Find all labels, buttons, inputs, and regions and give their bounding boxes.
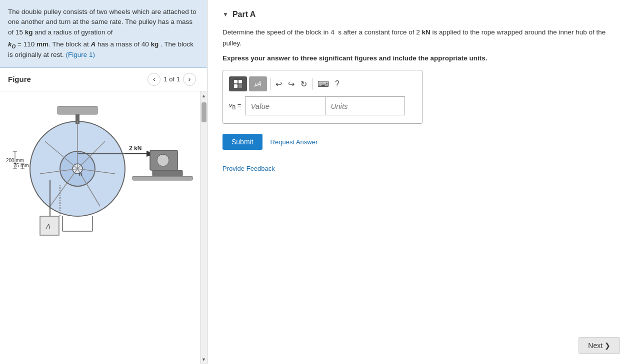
desc-text-2: and a radius of gyration of — [33, 28, 113, 36]
svg-text:2 kN: 2 kN — [129, 145, 142, 152]
keyboard-button[interactable]: ⌨ — [316, 78, 331, 90]
toolbar-separator-2 — [312, 78, 312, 90]
svg-text:75 mm: 75 mm — [14, 163, 29, 168]
express-text: Express your answer to three significant… — [222, 54, 615, 62]
problem-description: The double pulley consists of two wheels… — [0, 0, 207, 68]
figure-diagram: 2 kN A 200 mm — [5, 96, 195, 241]
figure-label-row: Figure ‹ 1 of 1 › — [0, 68, 207, 91]
toolbar: μÅ ↩ ↪ ↻ ⌨ ? — [229, 76, 416, 91]
svg-text:o: o — [79, 171, 82, 178]
undo-button[interactable]: ↩ — [274, 78, 284, 90]
units-input[interactable] — [325, 96, 405, 115]
svg-rect-37 — [234, 84, 238, 88]
redo-button[interactable]: ↪ — [286, 78, 296, 90]
desc-kg: kg — [151, 40, 159, 48]
provide-feedback-link[interactable]: Provide Feedback — [222, 165, 275, 172]
input-row: vB = — [229, 96, 416, 115]
help-button[interactable]: ? — [333, 78, 342, 89]
desc-text-3: . The block at — [48, 40, 91, 48]
matrix-icon-button[interactable] — [229, 76, 247, 91]
bottom-row: Provide Feedback Next ❯ — [222, 165, 615, 172]
submit-button[interactable]: Submit — [222, 134, 262, 150]
svg-rect-18 — [132, 176, 192, 180]
svg-rect-17 — [152, 170, 182, 176]
part-header: ▼ Part A — [222, 10, 615, 19]
figure-svg-container: 2 kN A 200 mm — [0, 91, 207, 364]
figure-next-button[interactable]: › — [183, 73, 196, 86]
figure-label: Figure — [8, 75, 144, 83]
svg-point-16 — [157, 154, 169, 166]
right-panel: ▼ Part A Determine the speed of the bloc… — [208, 0, 630, 364]
next-button[interactable]: Next ❯ — [578, 337, 620, 354]
part-arrow-icon: ▼ — [222, 11, 228, 18]
figure-area: 2 kN A 200 mm — [0, 91, 207, 364]
desc-a: A — [91, 40, 96, 48]
value-input[interactable] — [245, 96, 325, 115]
svg-rect-36 — [238, 80, 242, 83]
figure-link[interactable]: (Figure 1) — [66, 51, 96, 58]
scroll-up-arrow[interactable]: ▲ — [200, 91, 208, 100]
answer-box: μÅ ↩ ↪ ↻ ⌨ ? vB = — [222, 70, 422, 124]
part-label: Part A — [232, 10, 256, 19]
svg-rect-38 — [238, 84, 242, 88]
mu-a-label: μÅ — [254, 81, 261, 87]
desc-ko: kO — [8, 40, 16, 48]
vb-label: vB = — [229, 101, 241, 110]
desc-mass-unit: kg — [25, 28, 33, 36]
scroll-thumb[interactable] — [202, 102, 206, 122]
svg-rect-4 — [58, 106, 98, 114]
mu-a-button[interactable]: μÅ — [249, 76, 267, 91]
desc-text-4: has a mass of 40 — [96, 40, 150, 48]
question-text: Determine the speed of the block in 4 s … — [222, 27, 615, 48]
desc-equals: = 110 — [16, 40, 36, 48]
scroll-down-arrow[interactable]: ▼ — [200, 355, 208, 364]
figure-prev-button[interactable]: ‹ — [148, 73, 160, 86]
action-row: Submit Request Answer — [222, 134, 615, 150]
left-panel: The double pulley consists of two wheels… — [0, 0, 208, 364]
svg-text:A: A — [46, 223, 50, 230]
request-answer-link[interactable]: Request Answer — [270, 138, 318, 146]
toolbar-separator-1 — [270, 78, 270, 90]
scroll-bar[interactable]: ▲ ▼ — [200, 91, 207, 364]
figure-page-indicator: 1 of 1 — [164, 75, 180, 83]
svg-rect-35 — [234, 80, 238, 83]
refresh-button[interactable]: ↻ — [298, 78, 309, 90]
desc-mm: mm — [36, 40, 48, 48]
